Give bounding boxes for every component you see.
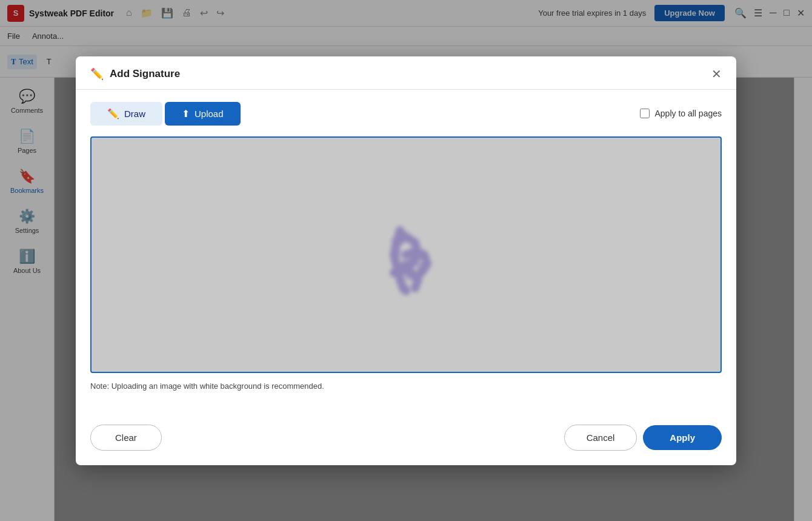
svg-rect-3 <box>401 260 410 268</box>
svg-rect-4 <box>410 255 417 262</box>
svg-rect-0 <box>399 229 406 237</box>
svg-rect-6 <box>406 272 414 280</box>
tab-row: ✏️ Draw ⬆ Upload Apply to all pages <box>90 102 722 126</box>
modal-overlay: ✏️ Add Signature ✕ ✏️ Draw ⬆ Upload <box>0 0 812 521</box>
dialog-body: ✏️ Draw ⬆ Upload Apply to all pages <box>76 90 736 415</box>
tab-draw-label: Draw <box>124 109 145 119</box>
svg-rect-7 <box>398 278 405 285</box>
draw-icon: ✏️ <box>107 108 119 119</box>
apply-all-pages-label: Apply to all pages <box>654 109 722 118</box>
tab-draw[interactable]: ✏️ Draw <box>90 102 162 126</box>
app-window: S Systweak PDF Editor ⌂ 📁 💾 🖨 ↩ ↪ Your f… <box>0 0 812 521</box>
svg-rect-5 <box>417 262 424 269</box>
tab-upload-label: Upload <box>195 109 224 119</box>
signature-canvas[interactable] <box>90 136 722 373</box>
upload-note: Note: Uploading an image with white back… <box>90 382 722 391</box>
signature-icon: ✏️ <box>90 67 104 81</box>
apply-button[interactable]: Apply <box>643 425 722 450</box>
cancel-button[interactable]: Cancel <box>564 425 637 451</box>
signature-drawing <box>345 194 467 315</box>
apply-all-pages-checkbox[interactable] <box>640 109 650 118</box>
clear-button[interactable]: Clear <box>90 425 162 451</box>
dialog-header: ✏️ Add Signature ✕ <box>76 56 736 90</box>
dialog-title: Add Signature <box>110 68 180 80</box>
upload-icon: ⬆ <box>182 108 190 119</box>
tab-upload[interactable]: ⬆ Upload <box>165 102 241 126</box>
add-signature-dialog: ✏️ Add Signature ✕ ✏️ Draw ⬆ Upload <box>76 56 736 465</box>
svg-rect-1 <box>391 238 400 246</box>
svg-rect-2 <box>394 250 401 257</box>
svg-rect-8 <box>404 285 410 291</box>
apply-all-pages-row: Apply to all pages <box>640 109 722 118</box>
dialog-close-button[interactable]: ✕ <box>711 68 722 80</box>
dialog-footer: Clear Cancel Apply <box>76 415 736 465</box>
